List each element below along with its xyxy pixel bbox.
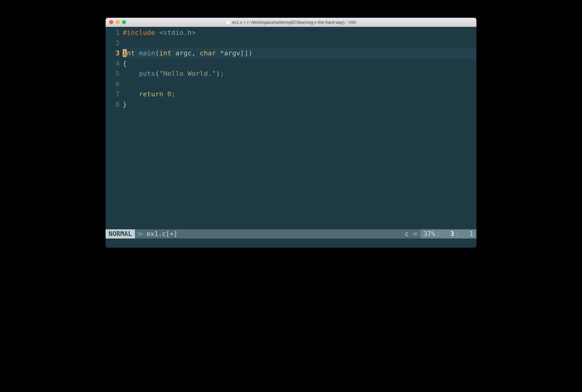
document-icon: c — [226, 20, 230, 25]
close-icon[interactable] — [109, 20, 113, 24]
window-title-text: ex1.c + (~/Workspace/settermjd/C/learnin… — [232, 20, 356, 25]
separator-icon: ≫ — [135, 230, 145, 238]
line-number: 4 — [106, 58, 120, 69]
tilde-marker: ~ — [106, 181, 120, 192]
separator-icon: ≪ — [410, 230, 420, 238]
line-number: 2 — [106, 38, 120, 48]
terminal-window: c ex1.c + (~/Workspace/settermjd/C/learn… — [106, 18, 476, 248]
code-line: { — [123, 58, 476, 69]
code-line: #include <stdio.h> — [123, 28, 476, 38]
code-line: puts("Hello World."); — [123, 68, 476, 79]
tilde-marker: ~ — [106, 171, 120, 181]
vim-mode-indicator: NORMAL — [106, 229, 135, 239]
cursor: i — [123, 49, 127, 57]
statusbar-filename: ex1.c[+] — [145, 230, 177, 238]
status-bar: NORMAL ≫ ex1.c[+] c ≪ 37% : 3: 1 — [106, 229, 476, 239]
minimize-icon[interactable] — [116, 20, 120, 24]
tilde-marker: ~ — [106, 120, 120, 130]
code-area[interactable]: #include <stdio.h> int main(int argc, ch… — [123, 27, 476, 229]
line-number-current: 3 — [106, 48, 120, 58]
window-title: c ex1.c + (~/Workspace/settermjd/C/learn… — [106, 20, 476, 25]
line-number: 5 — [106, 68, 120, 79]
code-line — [123, 79, 476, 89]
line-number: 7 — [106, 89, 120, 99]
tilde-marker: ~ — [106, 130, 120, 140]
tilde-marker: ~ — [106, 140, 120, 151]
tilde-marker: ~ — [106, 202, 120, 212]
code-line-current: int main(int argc, char *argv[]) — [123, 48, 476, 58]
statusbar-position: 37% : 3: 1 — [420, 229, 476, 239]
titlebar: c ex1.c + (~/Workspace/settermjd/C/learn… — [106, 18, 476, 27]
line-number: 6 — [106, 79, 120, 89]
code-line: return 0; — [123, 89, 476, 99]
line-number-gutter: 1 2 3 4 5 6 7 8 ~ ~ ~ ~ ~ ~ ~ ~ ~ ~ — [106, 27, 123, 229]
command-line[interactable] — [106, 239, 476, 248]
tilde-marker: ~ — [106, 161, 120, 171]
code-line: } — [123, 99, 476, 110]
statusbar-filetype: c — [405, 230, 410, 238]
tilde-marker: ~ — [106, 150, 120, 161]
line-number: 1 — [106, 28, 120, 38]
line-number: 8 — [106, 99, 120, 110]
traffic-lights — [109, 20, 126, 24]
zoom-icon[interactable] — [122, 20, 126, 24]
code-line — [123, 38, 476, 48]
scroll-percent: 37% — [423, 230, 435, 238]
tilde-marker: ~ — [106, 109, 120, 120]
tilde-marker: ~ — [106, 191, 120, 202]
cursor-row: 3 — [450, 230, 454, 238]
editor-area[interactable]: 1 2 3 4 5 6 7 8 ~ ~ ~ ~ ~ ~ ~ ~ ~ ~ #inc… — [106, 27, 476, 229]
cursor-col: 1 — [469, 230, 473, 238]
